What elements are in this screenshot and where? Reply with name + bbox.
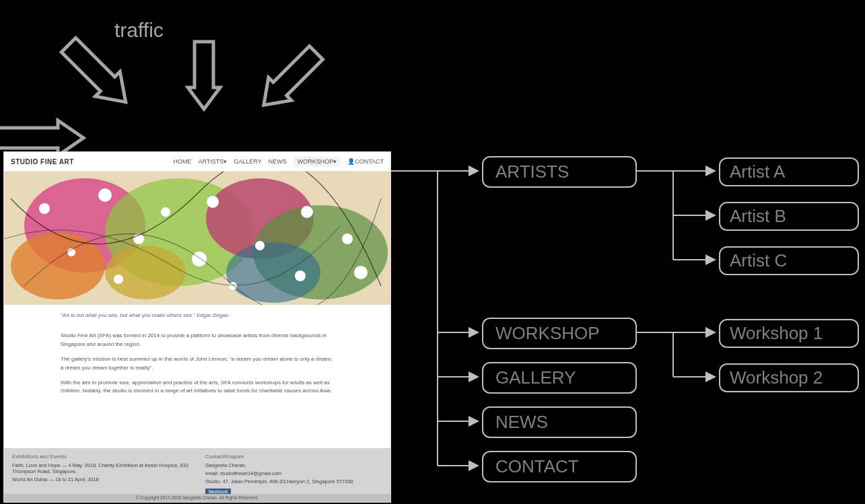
svg-point-17 <box>342 233 353 244</box>
sitemap-artist-b: Artist B <box>719 202 859 231</box>
sitemap-workshop-1: Workshop 1 <box>719 319 859 348</box>
svg-point-16 <box>301 206 313 218</box>
hero-image <box>4 172 390 305</box>
svg-point-11 <box>207 196 219 208</box>
footer-exh-2: World Art Dubai — 18 to 21 April, 2018 <box>12 476 189 482</box>
footer-contact-email: email: studiofineart14@gmail.com <box>205 470 382 476</box>
hero-quote: "Art is not what you see, but what you m… <box>61 312 334 320</box>
nav-workshop[interactable]: WORKSHOP▾ <box>293 157 341 166</box>
footer-contact-title: Contact/Enquire <box>205 454 382 460</box>
sitemap-workshop: WORKSHOP <box>482 318 637 349</box>
svg-point-21 <box>354 266 368 279</box>
nav-news[interactable]: NEWS <box>269 158 287 165</box>
nav-contact[interactable]: 👤CONTACT <box>347 158 384 165</box>
sitemap-workshop-2: Workshop 2 <box>719 363 859 392</box>
svg-point-2 <box>11 232 105 299</box>
body-p3: With the aim to promote love, appreciati… <box>61 379 334 396</box>
footer-exh-title: Exhibitions and Events <box>12 454 189 460</box>
website-screenshot: STUDIO FINE ART HOME ARTISTS▾ GALLERY NE… <box>3 151 391 503</box>
footer-exh-1: Faith, Love and Hope — 4 May, 2018. Char… <box>12 462 189 474</box>
arrow-traffic-4 <box>248 38 331 121</box>
svg-point-15 <box>255 241 265 250</box>
svg-point-6 <box>105 246 186 299</box>
footer-contact-name: Sangeeta Charan, <box>205 462 382 468</box>
sitemap-news: NEWS <box>482 406 637 438</box>
sitemap-contact: CONTACT <box>482 451 637 482</box>
traffic-label: traffic <box>114 19 164 42</box>
sitemap-artists: ARTISTS <box>482 156 637 188</box>
body-p1: Studio Fine Art (SFA) was formed in 2014… <box>61 332 334 349</box>
arrow-traffic-3 <box>185 39 223 113</box>
svg-point-10 <box>161 207 170 217</box>
screenshot-footer: Exhibitions and Events Faith, Love and H… <box>4 448 390 502</box>
sitemap-artist-c: Artist C <box>719 246 859 275</box>
footer-contact-addr: Studio: 47, Jalan Pemimpin, #06-03,Halcy… <box>205 478 382 484</box>
svg-point-20 <box>295 271 306 281</box>
svg-point-18 <box>114 275 123 284</box>
nav-gallery[interactable]: GALLERY <box>234 158 261 165</box>
sitemap-artist-a: Artist A <box>719 157 859 186</box>
screenshot-brand: STUDIO FINE ART <box>11 158 74 166</box>
arrow-traffic-2 <box>53 29 143 119</box>
nav-artists[interactable]: ARTISTS▾ <box>198 158 227 165</box>
screenshot-body: "Art is not what you see, but what you m… <box>4 305 390 396</box>
svg-point-8 <box>39 203 50 214</box>
footer-copyright: © Copyright 2017-2018 Sangeeta Charan. A… <box>4 494 390 502</box>
svg-point-9 <box>98 188 112 202</box>
body-p2: The gallery's mission is best summed up … <box>61 355 334 372</box>
sitemap-gallery: GALLERY <box>482 362 637 394</box>
nav-home[interactable]: HOME <box>173 158 191 165</box>
screenshot-nav: STUDIO FINE ART HOME ARTISTS▾ GALLERY NE… <box>4 152 390 172</box>
svg-point-7 <box>226 242 320 303</box>
